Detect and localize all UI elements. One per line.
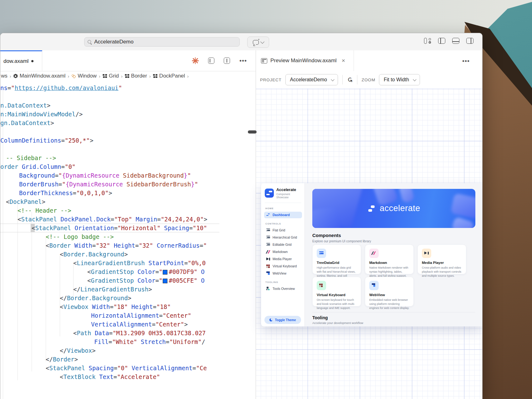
card-description: Native Markdown renderer with syntax hig…	[369, 266, 409, 278]
chevron-down-icon	[413, 78, 416, 81]
preview-more-icon[interactable]: •••	[462, 58, 470, 64]
close-icon[interactable]: ×	[342, 57, 345, 64]
component-cards: TreeDataGridHigh-performance data grid w…	[312, 245, 475, 306]
breadcrumb-label: MainWindow.axaml	[20, 73, 65, 79]
code-line: <!-- Logo badge -->	[0, 232, 219, 241]
card-title: Media Player	[422, 261, 462, 265]
project-select[interactable]: AccelerateDemo	[285, 74, 338, 85]
code-line: <GradientStop Color="#005CFE" O	[0, 276, 219, 285]
card-title: WebView	[369, 293, 409, 297]
layout-grid-button[interactable]	[424, 38, 431, 44]
zoom-label: ZOOM	[362, 78, 376, 82]
splitter-handle[interactable]	[248, 130, 257, 134]
component-card-media-player[interactable]: Media PlayerCross-platform audio and vid…	[417, 245, 466, 274]
code-line: n.DataContext>	[0, 101, 219, 110]
markdown-icon	[266, 250, 270, 254]
component-card-virtual-keyboard[interactable]: Virtual KeyboardOn-screen keyboard for t…	[312, 277, 361, 306]
code-line: ColumnDefinitions="250,*">	[0, 136, 219, 145]
ai-chat-button[interactable]	[247, 37, 269, 48]
markdown-icon	[369, 249, 379, 258]
left-panel-button[interactable]	[438, 38, 445, 44]
refresh-icon[interactable]: ↻	[346, 77, 354, 83]
media-player-icon	[422, 249, 431, 258]
search-input[interactable]: AccelerateDemo	[84, 37, 240, 47]
component-card-markdown[interactable]: MarkdownNative Markdown renderer with sy…	[365, 245, 414, 274]
code-line: <Border Width="32" Height="32" CornerRad…	[0, 241, 219, 250]
sidebar-item-editable-grid[interactable]: Editable Grid	[264, 241, 302, 248]
preview-pane: Preview MainWindow.axaml × ••• PROJECT A…	[256, 50, 482, 399]
code-line	[0, 145, 219, 154]
breadcrumb-separator: ›	[68, 73, 69, 79]
preview-canvas[interactable]: Accelerate Component Showcase HOMEDashbo…	[256, 88, 482, 399]
breadcrumb[interactable]: ws›MainWindow.axaml›Window›Grid›Border›D…	[0, 71, 256, 81]
code-line: order Grid.Column="0"	[0, 162, 219, 171]
split-editor-icon[interactable]	[208, 58, 214, 64]
code-line	[0, 127, 219, 136]
sidebar-item-label: Tools Overview	[273, 287, 295, 290]
preview-tab-bar: Preview MainWindow.axaml × •••	[256, 50, 482, 71]
breadcrumb-item[interactable]: Border	[125, 73, 147, 79]
code-line: <Viewbox Width="18" Height="18"	[0, 302, 219, 311]
sidebar-item-tools-overview[interactable]: Tools Overview	[264, 285, 302, 292]
tools-overview-icon	[266, 287, 270, 290]
split-view-icon[interactable]	[224, 58, 230, 64]
tooling-heading: Tooling	[312, 315, 328, 320]
ide-window: AccelerateDemo dow.axaml	[0, 33, 483, 399]
breadcrumb-label: DockPanel	[159, 73, 185, 79]
preview-toolbar: PROJECT AccelerateDemo ↻ ZOOM Fit to Wid…	[256, 71, 482, 89]
breadcrumb-item[interactable]: ws	[1, 73, 8, 79]
component-card-treedatagrid[interactable]: TreeDataGridHigh-performance data grid w…	[312, 245, 361, 274]
tab-label: dow.axaml	[3, 58, 28, 64]
breadcrumb-separator: ›	[149, 73, 151, 79]
right-panel-button[interactable]	[466, 38, 473, 44]
breadcrumb-item[interactable]: Window	[71, 73, 96, 79]
sidebar-item-dashboard[interactable]: Dashboard	[264, 212, 302, 218]
virtual-keyboard-icon	[317, 281, 326, 290]
media-player-icon	[266, 257, 270, 261]
code-line: </Border>	[0, 355, 219, 364]
tab-preview-mainwindow[interactable]: Preview MainWindow.axaml ×	[256, 50, 354, 71]
app-main: accelerate Components Explore our premiu…	[305, 183, 483, 326]
divider	[312, 312, 475, 312]
sidebar-item-markdown[interactable]: Markdown	[264, 249, 302, 255]
sidebar-item-virtual-keyboard[interactable]: Virtual Keyboard	[264, 263, 302, 270]
zoom-select[interactable]: Fit to Width	[379, 74, 420, 85]
sidebar-item-label: Editable Grid	[273, 243, 292, 246]
app-sidebar: Accelerate Component Showcase HOMEDashbo…	[261, 183, 305, 326]
tab-mainwindow-axaml[interactable]: dow.axaml	[0, 50, 42, 71]
modified-dot-icon	[31, 60, 33, 62]
code-line	[0, 92, 219, 101]
card-title: Markdown	[369, 261, 409, 265]
card-glyph-icon	[424, 251, 429, 255]
code-line: <Border.Background>	[0, 250, 219, 259]
preview-tab-label: Preview MainWindow.axaml	[270, 58, 337, 64]
app-subtitle: Component Showcase	[276, 193, 301, 199]
component-card-webview[interactable]: WebViewEmbedded native web browser using…	[365, 277, 414, 306]
card-description: On-screen keyboard for touch and kiosk s…	[317, 298, 357, 310]
app-nav: HOMEDashboardCONTROLSFlat GridHierarchic…	[265, 207, 301, 292]
code-editor[interactable]: ns="https://github.com/avaloniaui"n.Data…	[0, 81, 219, 399]
bottom-panel-button[interactable]	[452, 38, 459, 44]
sidebar-item-webview[interactable]: WebView	[264, 270, 302, 277]
component-icon	[13, 74, 18, 78]
code-line: <!-- Header -->	[0, 206, 219, 215]
panel-icon	[103, 74, 107, 78]
project-value: AccelerateDemo	[290, 77, 327, 83]
components-heading: Components	[312, 233, 341, 238]
card-glyph-icon	[319, 283, 324, 288]
breadcrumb-item[interactable]: MainWindow.axaml	[13, 73, 65, 79]
hero-brand: accelerate	[312, 189, 475, 228]
breadcrumb-item[interactable]: DockPanel	[153, 73, 185, 79]
editable-grid-icon	[266, 243, 270, 246]
editor-more-icon[interactable]: •••	[239, 58, 247, 64]
panel-icon	[125, 74, 129, 78]
sidebar-item-media-player[interactable]: Media Player	[264, 256, 302, 262]
avalonia-preview-icon[interactable]	[192, 57, 199, 64]
breadcrumb-item[interactable]: Grid	[103, 73, 119, 79]
card-title: Virtual Keyboard	[317, 293, 357, 297]
toggle-theme-button[interactable]: Toggle Theme	[264, 316, 301, 324]
sidebar-item-flat-grid[interactable]: Flat Grid	[264, 227, 302, 234]
sidebar-item-hierarchical-grid[interactable]: Hierarchical Grid	[264, 234, 302, 241]
zoom-value: Fit to Width	[384, 77, 409, 83]
code-line: <StackPanel Spacing="0" VerticalAlignmen…	[0, 364, 219, 372]
